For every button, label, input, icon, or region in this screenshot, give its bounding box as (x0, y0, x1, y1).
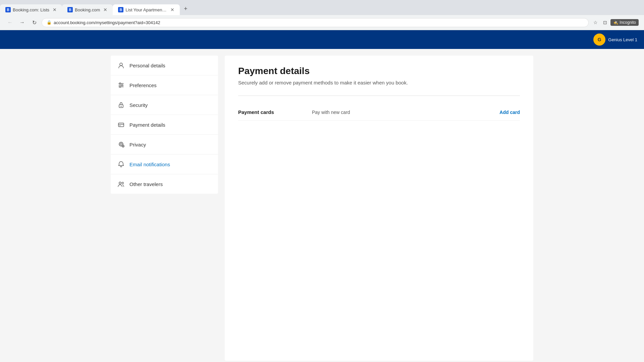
tab-close-apartment[interactable]: ✕ (170, 7, 174, 12)
svg-point-0 (120, 63, 122, 66)
svg-point-16 (119, 182, 121, 184)
sidebar-label-security: Security (129, 102, 148, 108)
credit-card-icon (117, 121, 125, 128)
tab-lists[interactable]: B Booking.com: Lists ✕ (0, 4, 62, 15)
sidebar-label-preferences: Preferences (129, 82, 157, 88)
tab-close-lists[interactable]: ✕ (53, 7, 57, 12)
tab-booking[interactable]: B Booking.com ✕ (62, 4, 113, 15)
sidebar-label-other-travelers: Other travelers (129, 181, 163, 187)
svg-point-8 (121, 106, 122, 107)
svg-rect-9 (118, 123, 124, 127)
user-avatar: G (593, 34, 605, 46)
tab-list-apartment[interactable]: B List Your Apartment, Hotel, Vaca... ✕ (113, 4, 180, 15)
svg-point-12 (120, 143, 122, 145)
payment-cards-label: Payment cards (238, 109, 299, 115)
reader-mode-button[interactable]: ⊡ (601, 18, 609, 26)
pay-with-new-card-label: Pay with new card (312, 110, 486, 115)
sidebar-item-other-travelers[interactable]: Other travelers (111, 174, 218, 194)
browser-tabs: B Booking.com: Lists ✕ B Booking.com ✕ B… (0, 0, 644, 15)
sliders-icon (117, 81, 125, 89)
add-card-button[interactable]: Add card (499, 110, 520, 115)
incognito-badge: 🕵 Incognito (610, 19, 639, 26)
privacy-icon (117, 141, 125, 148)
sidebar-item-security[interactable]: Security (111, 95, 218, 115)
browser-addressbar: ← → ↻ 🔒 account.booking.com/mysettings/p… (0, 15, 644, 30)
sidebar-item-preferences[interactable]: Preferences (111, 75, 218, 95)
genius-level-label: Genius Level 1 (608, 37, 637, 42)
section-divider (238, 96, 520, 96)
page-title: Payment details (238, 66, 520, 76)
sidebar-item-personal-details[interactable]: Personal details (111, 56, 218, 75)
svg-point-4 (119, 83, 121, 84)
svg-point-6 (119, 86, 121, 87)
reload-button[interactable]: ↻ (30, 18, 39, 27)
tab-favicon-apartment: B (118, 7, 123, 12)
page-subtitle: Securely add or remove payment methods t… (238, 80, 520, 85)
sidebar-item-payment-details[interactable]: Payment details (111, 115, 218, 135)
svg-point-5 (121, 84, 123, 86)
bookmark-button[interactable]: ☆ (591, 18, 600, 26)
sidebar-label-payment-details: Payment details (129, 122, 165, 128)
incognito-label: Incognito (620, 20, 636, 25)
page-layout: Personal details Preferences (104, 49, 540, 362)
sidebar-item-email-notifications[interactable]: Email notifications (111, 155, 218, 174)
genius-badge: G Genius Level 1 (593, 34, 637, 46)
sidebar-label-privacy: Privacy (129, 142, 146, 147)
forward-button[interactable]: → (17, 18, 27, 27)
browser-chrome: B Booking.com: Lists ✕ B Booking.com ✕ B… (0, 0, 644, 30)
bell-icon (117, 161, 125, 168)
back-button[interactable]: ← (5, 18, 15, 27)
tab-close-booking[interactable]: ✕ (103, 7, 107, 12)
address-url-text: account.booking.com/mysettings/payment?a… (54, 20, 160, 25)
lock-icon (117, 101, 125, 109)
person-icon (117, 62, 125, 69)
tab-favicon-lists: B (5, 7, 11, 12)
payment-cards-section: Payment cards Pay with new card Add card (238, 104, 520, 121)
sidebar-item-privacy[interactable]: Privacy (111, 135, 218, 155)
sidebar: Personal details Preferences (111, 56, 218, 361)
people-icon (117, 180, 125, 188)
tab-title-lists: Booking.com: Lists (13, 7, 49, 12)
new-tab-button[interactable]: + (180, 3, 192, 15)
tab-favicon-booking: B (67, 7, 73, 12)
site-header: G Genius Level 1 (0, 30, 644, 49)
svg-point-17 (122, 182, 124, 184)
sidebar-label-email-notifications: Email notifications (129, 162, 170, 167)
main-content: Payment details Securely add or remove p… (225, 56, 533, 361)
address-bar[interactable]: 🔒 account.booking.com/mysettings/payment… (42, 18, 589, 27)
sidebar-label-personal-details: Personal details (129, 63, 165, 68)
incognito-icon: 🕵 (613, 20, 618, 25)
browser-actions: ☆ ⊡ 🕵 Incognito (591, 18, 639, 26)
lock-secure-icon: 🔒 (47, 20, 52, 25)
tab-title-apartment: List Your Apartment, Hotel, Vaca... (125, 7, 167, 12)
tab-title-booking: Booking.com (75, 7, 100, 12)
